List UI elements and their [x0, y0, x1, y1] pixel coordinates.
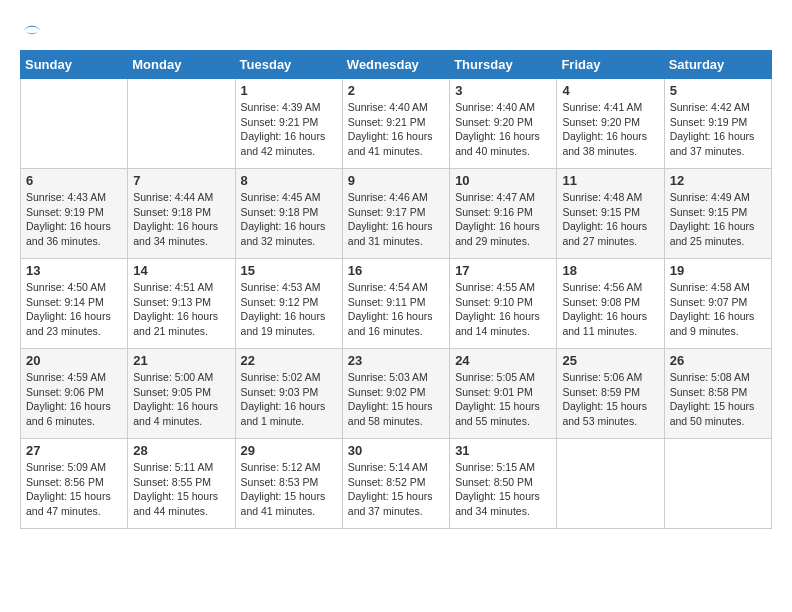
day-number: 3 [455, 83, 551, 98]
day-number: 29 [241, 443, 337, 458]
cell-info: Sunrise: 4:43 AM Sunset: 9:19 PM Dayligh… [26, 190, 122, 249]
calendar-week-row: 20Sunrise: 4:59 AM Sunset: 9:06 PM Dayli… [21, 349, 772, 439]
day-number: 14 [133, 263, 229, 278]
day-number: 31 [455, 443, 551, 458]
day-number: 24 [455, 353, 551, 368]
calendar-cell: 9Sunrise: 4:46 AM Sunset: 9:17 PM Daylig… [342, 169, 449, 259]
calendar-cell: 23Sunrise: 5:03 AM Sunset: 9:02 PM Dayli… [342, 349, 449, 439]
day-number: 30 [348, 443, 444, 458]
calendar-cell: 13Sunrise: 4:50 AM Sunset: 9:14 PM Dayli… [21, 259, 128, 349]
calendar-cell: 15Sunrise: 4:53 AM Sunset: 9:12 PM Dayli… [235, 259, 342, 349]
page-header [20, 20, 772, 40]
calendar-week-row: 1Sunrise: 4:39 AM Sunset: 9:21 PM Daylig… [21, 79, 772, 169]
cell-info: Sunrise: 4:45 AM Sunset: 9:18 PM Dayligh… [241, 190, 337, 249]
cell-info: Sunrise: 4:40 AM Sunset: 9:21 PM Dayligh… [348, 100, 444, 159]
calendar-cell: 12Sunrise: 4:49 AM Sunset: 9:15 PM Dayli… [664, 169, 771, 259]
day-number: 26 [670, 353, 766, 368]
calendar-cell: 18Sunrise: 4:56 AM Sunset: 9:08 PM Dayli… [557, 259, 664, 349]
calendar-cell: 11Sunrise: 4:48 AM Sunset: 9:15 PM Dayli… [557, 169, 664, 259]
day-number: 7 [133, 173, 229, 188]
logo [20, 20, 42, 40]
calendar-cell: 16Sunrise: 4:54 AM Sunset: 9:11 PM Dayli… [342, 259, 449, 349]
calendar-cell [557, 439, 664, 529]
calendar-cell: 5Sunrise: 4:42 AM Sunset: 9:19 PM Daylig… [664, 79, 771, 169]
cell-info: Sunrise: 5:14 AM Sunset: 8:52 PM Dayligh… [348, 460, 444, 519]
day-number: 23 [348, 353, 444, 368]
cell-info: Sunrise: 5:12 AM Sunset: 8:53 PM Dayligh… [241, 460, 337, 519]
day-number: 20 [26, 353, 122, 368]
day-header-friday: Friday [557, 51, 664, 79]
day-header-thursday: Thursday [450, 51, 557, 79]
calendar-cell: 19Sunrise: 4:58 AM Sunset: 9:07 PM Dayli… [664, 259, 771, 349]
cell-info: Sunrise: 4:58 AM Sunset: 9:07 PM Dayligh… [670, 280, 766, 339]
day-number: 25 [562, 353, 658, 368]
cell-info: Sunrise: 4:49 AM Sunset: 9:15 PM Dayligh… [670, 190, 766, 249]
cell-info: Sunrise: 4:54 AM Sunset: 9:11 PM Dayligh… [348, 280, 444, 339]
calendar-cell: 8Sunrise: 4:45 AM Sunset: 9:18 PM Daylig… [235, 169, 342, 259]
cell-info: Sunrise: 4:56 AM Sunset: 9:08 PM Dayligh… [562, 280, 658, 339]
day-number: 4 [562, 83, 658, 98]
calendar-cell: 17Sunrise: 4:55 AM Sunset: 9:10 PM Dayli… [450, 259, 557, 349]
calendar-cell: 29Sunrise: 5:12 AM Sunset: 8:53 PM Dayli… [235, 439, 342, 529]
cell-info: Sunrise: 5:09 AM Sunset: 8:56 PM Dayligh… [26, 460, 122, 519]
cell-info: Sunrise: 4:51 AM Sunset: 9:13 PM Dayligh… [133, 280, 229, 339]
calendar-cell: 31Sunrise: 5:15 AM Sunset: 8:50 PM Dayli… [450, 439, 557, 529]
calendar-cell [21, 79, 128, 169]
day-number: 2 [348, 83, 444, 98]
day-number: 8 [241, 173, 337, 188]
calendar-cell: 2Sunrise: 4:40 AM Sunset: 9:21 PM Daylig… [342, 79, 449, 169]
calendar-week-row: 27Sunrise: 5:09 AM Sunset: 8:56 PM Dayli… [21, 439, 772, 529]
day-number: 13 [26, 263, 122, 278]
day-number: 12 [670, 173, 766, 188]
cell-info: Sunrise: 4:42 AM Sunset: 9:19 PM Dayligh… [670, 100, 766, 159]
day-header-tuesday: Tuesday [235, 51, 342, 79]
calendar-cell: 7Sunrise: 4:44 AM Sunset: 9:18 PM Daylig… [128, 169, 235, 259]
calendar-cell: 14Sunrise: 4:51 AM Sunset: 9:13 PM Dayli… [128, 259, 235, 349]
cell-info: Sunrise: 4:53 AM Sunset: 9:12 PM Dayligh… [241, 280, 337, 339]
day-number: 9 [348, 173, 444, 188]
day-number: 16 [348, 263, 444, 278]
cell-info: Sunrise: 5:00 AM Sunset: 9:05 PM Dayligh… [133, 370, 229, 429]
day-number: 21 [133, 353, 229, 368]
calendar-cell: 27Sunrise: 5:09 AM Sunset: 8:56 PM Dayli… [21, 439, 128, 529]
cell-info: Sunrise: 4:41 AM Sunset: 9:20 PM Dayligh… [562, 100, 658, 159]
calendar-cell: 21Sunrise: 5:00 AM Sunset: 9:05 PM Dayli… [128, 349, 235, 439]
cell-info: Sunrise: 4:47 AM Sunset: 9:16 PM Dayligh… [455, 190, 551, 249]
calendar-cell: 26Sunrise: 5:08 AM Sunset: 8:58 PM Dayli… [664, 349, 771, 439]
day-number: 1 [241, 83, 337, 98]
day-number: 6 [26, 173, 122, 188]
cell-info: Sunrise: 4:46 AM Sunset: 9:17 PM Dayligh… [348, 190, 444, 249]
cell-info: Sunrise: 5:15 AM Sunset: 8:50 PM Dayligh… [455, 460, 551, 519]
calendar-table: SundayMondayTuesdayWednesdayThursdayFrid… [20, 50, 772, 529]
cell-info: Sunrise: 5:08 AM Sunset: 8:58 PM Dayligh… [670, 370, 766, 429]
logo-icon [22, 20, 42, 40]
cell-info: Sunrise: 5:11 AM Sunset: 8:55 PM Dayligh… [133, 460, 229, 519]
calendar-cell: 22Sunrise: 5:02 AM Sunset: 9:03 PM Dayli… [235, 349, 342, 439]
calendar-cell [128, 79, 235, 169]
cell-info: Sunrise: 4:59 AM Sunset: 9:06 PM Dayligh… [26, 370, 122, 429]
day-number: 15 [241, 263, 337, 278]
cell-info: Sunrise: 4:44 AM Sunset: 9:18 PM Dayligh… [133, 190, 229, 249]
day-number: 19 [670, 263, 766, 278]
cell-info: Sunrise: 4:55 AM Sunset: 9:10 PM Dayligh… [455, 280, 551, 339]
day-number: 27 [26, 443, 122, 458]
day-number: 17 [455, 263, 551, 278]
calendar-cell: 24Sunrise: 5:05 AM Sunset: 9:01 PM Dayli… [450, 349, 557, 439]
calendar-cell: 3Sunrise: 4:40 AM Sunset: 9:20 PM Daylig… [450, 79, 557, 169]
day-header-monday: Monday [128, 51, 235, 79]
day-header-sunday: Sunday [21, 51, 128, 79]
calendar-cell: 25Sunrise: 5:06 AM Sunset: 8:59 PM Dayli… [557, 349, 664, 439]
cell-info: Sunrise: 4:40 AM Sunset: 9:20 PM Dayligh… [455, 100, 551, 159]
cell-info: Sunrise: 5:05 AM Sunset: 9:01 PM Dayligh… [455, 370, 551, 429]
calendar-cell: 20Sunrise: 4:59 AM Sunset: 9:06 PM Dayli… [21, 349, 128, 439]
day-header-wednesday: Wednesday [342, 51, 449, 79]
calendar-cell: 6Sunrise: 4:43 AM Sunset: 9:19 PM Daylig… [21, 169, 128, 259]
day-number: 5 [670, 83, 766, 98]
cell-info: Sunrise: 5:06 AM Sunset: 8:59 PM Dayligh… [562, 370, 658, 429]
cell-info: Sunrise: 4:50 AM Sunset: 9:14 PM Dayligh… [26, 280, 122, 339]
cell-info: Sunrise: 4:48 AM Sunset: 9:15 PM Dayligh… [562, 190, 658, 249]
cell-info: Sunrise: 5:02 AM Sunset: 9:03 PM Dayligh… [241, 370, 337, 429]
calendar-cell [664, 439, 771, 529]
calendar-header-row: SundayMondayTuesdayWednesdayThursdayFrid… [21, 51, 772, 79]
day-header-saturday: Saturday [664, 51, 771, 79]
